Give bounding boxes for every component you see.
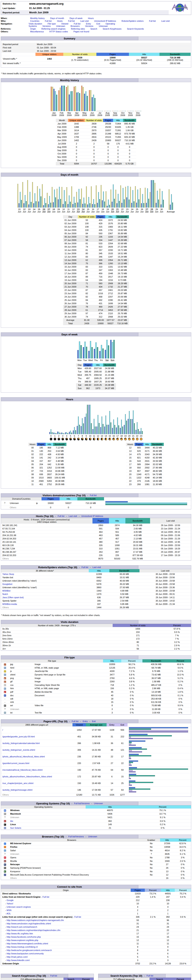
- referrer-link[interactable]: http://webcache.googleusercontent.com/se…: [7, 949, 52, 951]
- origin-row: Direct address / Bookmarks1163373.2 %445…: [1, 892, 191, 895]
- search-keywords-link-full-list[interactable]: Full list: [146, 975, 153, 977]
- hosts-link-unresolved-ip-address[interactable]: Unresolved IP Address: [81, 515, 103, 517]
- chart-bar: [97, 426, 97, 434]
- cell: 33.86 MB: [53, 469, 66, 473]
- referrer-link[interactable]: MSN: [7, 909, 11, 912]
- robot-link[interactable]: Java (Often spam bot): [2, 596, 24, 598]
- operating-systems-link-unknown[interactable]: Unknown: [94, 802, 103, 805]
- nav-link-robots-spiders-visitors[interactable]: Robots/Spiders visitors: [121, 20, 144, 22]
- referrer-link[interactable]: http://www.backpacker.com/community: [7, 952, 44, 955]
- nav-link-referring-sites[interactable]: Referring sites: [71, 28, 85, 30]
- referrer-link[interactable]: http://www.facebook.com/home.php: [7, 936, 41, 938]
- page-url-link[interactable]: /activity_listings/narr_events.shtml: [2, 749, 35, 751]
- nav-link-versions[interactable]: Versions: [85, 25, 93, 27]
- cell: 15900: [96, 322, 105, 325]
- nav-link-http-status-codes[interactable]: HTTP Status codes: [49, 30, 68, 33]
- page-url-link[interactable]: /our_chapter/join/join_amc.shtml: [2, 782, 33, 784]
- nav-link-full-list[interactable]: Full list: [45, 20, 52, 22]
- hosts-link-last-visit[interactable]: Last visit: [68, 515, 77, 517]
- nav-link-monthly-history[interactable]: Monthly history: [30, 17, 44, 19]
- nav-link-unknown[interactable]: Unknown: [56, 25, 65, 27]
- os-name-link[interactable]: Aix: [10, 820, 13, 822]
- os-name-link[interactable]: Sun Solaris: [10, 827, 21, 829]
- search-keyphrases-link-full-list[interactable]: Full list: [50, 975, 57, 977]
- domains-link-full-list[interactable]: Full list: [90, 494, 97, 496]
- robot-link[interactable]: MSNBot-media: [2, 603, 17, 605]
- page-url-link[interactable]: /recreational/local_hikes/local_hikes.sh…: [2, 769, 43, 771]
- robots-link-full-list[interactable]: Full list: [81, 566, 88, 568]
- nav-link-last-visit[interactable]: Last visit: [80, 20, 89, 22]
- referrer-link[interactable]: http://mail.yahoo.com/: [7, 956, 28, 958]
- robot-link[interactable]: MSNBot: [2, 590, 10, 592]
- robots-link-last-visit[interactable]: Last visit: [92, 566, 101, 568]
- nav-link-miscellaneous[interactable]: Miscellaneous: [30, 30, 44, 33]
- referrer-link[interactable]: http://www.linkedin.com/: [7, 959, 30, 961]
- browsers-link-full-list-versions[interactable]: Full list/Versions: [68, 835, 84, 838]
- page-url-link[interactable]: /photo_albums/northern_hikes/northern_hi…: [2, 775, 52, 778]
- page-url-link[interactable]: /gazette/gazette_june-july-09.html: [2, 735, 35, 738]
- nav-link-search-keyphrases[interactable]: Search Keyphrases: [103, 28, 121, 30]
- robot-link[interactable]: Yahoo Slurp: [2, 573, 14, 575]
- nav-link-full-list[interactable]: Full list: [149, 20, 156, 22]
- nav-link-hosts[interactable]: Hosts: [57, 20, 62, 22]
- referrer-link[interactable]: Unknown search engines: [7, 906, 31, 908]
- value-cell: 3453: [105, 309, 116, 312]
- day-row: 24 Jun 200982468220720.06 MB: [63, 295, 129, 299]
- referrer-link[interactable]: http://www.outdoors.org/membership/chapt…: [7, 929, 60, 931]
- referrer-link[interactable]: AOL: [6, 912, 11, 915]
- referrer-link[interactable]: Google: [7, 899, 14, 901]
- page-url-link[interactable]: /activity_listings/calendar/calendar.htm…: [2, 742, 40, 745]
- browser-pct: 0 %: [175, 873, 191, 877]
- days-col-2: Pages: [96, 215, 105, 218]
- referrer-pages: 9: [131, 945, 145, 949]
- nav-link-full-list[interactable]: Full list: [74, 22, 80, 25]
- page-url-link[interactable]: /activity_listings/message.shtml: [2, 789, 32, 791]
- origin-full-list-link[interactable]: Full list: [74, 916, 81, 918]
- chart-bar: [78, 350, 79, 358]
- referrer-link[interactable]: http://www.rftc.org/links.htm: [7, 932, 33, 935]
- nav-link-visits-duration[interactable]: Visits duration: [29, 22, 42, 25]
- nav-link-versions[interactable]: Versions: [42, 25, 51, 27]
- robot-link[interactable]: Googlebot: [2, 583, 12, 585]
- nav-link-search-keywords[interactable]: Search Keywords: [127, 28, 144, 30]
- nav-link-days-of-month[interactable]: Days of month: [50, 17, 64, 19]
- nav-link-entry[interactable]: Entry: [86, 22, 91, 25]
- referrer-link[interactable]: http://www.amcboston.org/chapters/links.…: [7, 923, 51, 925]
- nav-link-unresolved-ip-address[interactable]: Unresolved IP Address: [94, 20, 116, 22]
- nav-link-last-visit[interactable]: Last visit: [161, 20, 170, 22]
- value-cell: 334: [96, 239, 105, 242]
- nav-link-exit[interactable]: Exit: [97, 22, 100, 25]
- page-url-link[interactable]: /photo_albums/local_hikes/local_hikes.sh…: [2, 756, 44, 758]
- operating-systems-link-full-list-versions[interactable]: Full list/Versions: [74, 802, 89, 805]
- nav-link-hours[interactable]: Hours: [88, 17, 94, 19]
- referrer-link[interactable]: Yahoo!: [7, 902, 13, 905]
- nav-link-unknown[interactable]: Unknown: [99, 25, 108, 27]
- nav-link-search[interactable]: Search: [90, 28, 97, 30]
- browsers-link-unknown[interactable]: Unknown: [88, 835, 97, 838]
- hosts-link-full-list[interactable]: Full list: [58, 515, 64, 517]
- nav-link-countries[interactable]: Countries: [30, 20, 40, 22]
- referrer-link[interactable]: http://www.meetup.com/hiking-ri/: [7, 946, 38, 948]
- nav-link-referring-search-engines[interactable]: Referring search engines: [41, 28, 65, 30]
- referrer-link[interactable]: http://www.hikenewengland.com/links.shtm…: [7, 942, 48, 945]
- nav-link-days-of-week[interactable]: Days of week: [70, 17, 83, 19]
- nav-link-viewed[interactable]: Viewed: [61, 22, 68, 25]
- origin-full-list-link[interactable]: Full list: [43, 896, 49, 898]
- page-url-link[interactable]: /: [2, 729, 3, 731]
- pages-url-link-entry[interactable]: Entry: [83, 720, 88, 722]
- nav-link-pages-not-found[interactable]: Pages not found: [73, 30, 89, 33]
- referrer-link[interactable]: http://www.outdoors.org/chapters/chapter…: [7, 919, 64, 921]
- nav-link-origin[interactable]: Origin: [30, 28, 36, 30]
- page-bars: [127, 760, 191, 767]
- pages-url-link-full-list[interactable]: Full list: [72, 720, 78, 722]
- average-label: Average: [167, 210, 175, 213]
- referrer-link[interactable]: http://search.aol.com/aol/search: [7, 926, 37, 928]
- nav-link-browsers[interactable]: Browsers: [71, 25, 79, 27]
- pages-url-link-exit[interactable]: Exit: [92, 720, 95, 722]
- referrer-link[interactable]: http://www.exploreri.org/links.php: [7, 939, 38, 942]
- nav-link-full-list[interactable]: Full list: [68, 20, 75, 22]
- page-url-link[interactable]: /gazette/current_issues.html: [2, 762, 29, 764]
- nav-link-file-type[interactable]: File type: [48, 22, 56, 25]
- cell: 1322: [135, 476, 143, 479]
- robot-link[interactable]: Nutch: [2, 593, 8, 595]
